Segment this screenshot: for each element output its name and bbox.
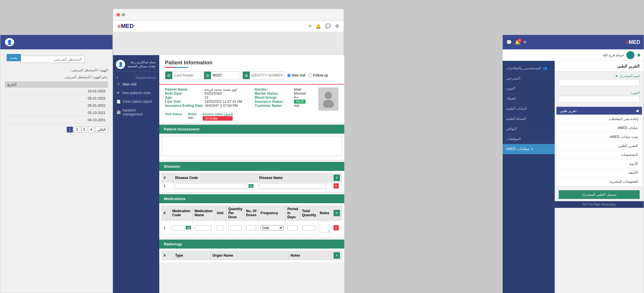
hamburger-icon[interactable]: ≡ <box>309 23 311 29</box>
disease-code-input[interactable] <box>175 183 247 189</box>
member-name-input[interactable] <box>559 79 640 86</box>
table-row: 05-01-2022 <box>5 95 108 102</box>
gender-label: Gender: <box>255 87 292 92</box>
right-nav-medical-data[interactable]: البيانات الطبية <box>503 104 555 114</box>
radiology-header: Radiology <box>159 240 344 249</box>
search-input[interactable] <box>21 56 84 63</box>
med-freq-select[interactable]: Daily Weekly Monthly <box>260 225 284 230</box>
med-doses-input[interactable] <box>246 225 256 230</box>
page-2-button[interactable]: 2 <box>74 127 80 132</box>
pagination: التالي 4 3 2 1 <box>5 127 108 132</box>
disease-name-input[interactable] <box>259 183 326 189</box>
diseases-add-button[interactable]: + <box>334 175 340 181</box>
supplier-input[interactable] <box>559 96 640 103</box>
bell-icon[interactable]: 🔔 <box>315 23 321 29</box>
prev-page-button[interactable]: التالي <box>95 127 108 132</box>
insurance-status-badge: VALID <box>294 100 306 104</box>
disease-code-icon[interactable]: ▤ <box>249 184 253 188</box>
follow-up-radio-label[interactable]: Follow-up <box>308 73 328 77</box>
sidebar-item-view-visits[interactable]: 👁 View patients visits <box>113 89 159 97</box>
table-row: 05-10-2021 <box>5 109 108 117</box>
med-qty-input[interactable] <box>228 225 242 230</box>
col-date-header: التاريخ <box>7 83 16 87</box>
page-1-button[interactable]: 1 <box>67 127 73 132</box>
meds-col-code: Medication Code <box>171 206 193 221</box>
right-menu-radiology[interactable]: الأشعة <box>556 168 642 177</box>
card-reader-input[interactable] <box>172 73 201 77</box>
sidebar-section-registrations[interactable]: ▾ Registerations <box>113 74 159 80</box>
right-main-content: التقرير الطبي اسم المشترك ★ المورد ◀ تقر… <box>555 61 644 293</box>
window-min-btn[interactable] <box>122 13 125 16</box>
new-visit-label: New visit <box>292 73 306 77</box>
visit-status-label: Visit Status <box>165 112 182 116</box>
sidebar-inpatient-label: Inpatient management <box>123 108 156 116</box>
left-panel: 👤 بحث الهوية / المشتغل المرضى رقم الهوية… <box>0 35 113 293</box>
sidebar-item-inpatient[interactable]: 🏥 Inpatient management <box>113 106 159 119</box>
med-unit-input[interactable] <box>217 225 224 230</box>
diseases-col-code: Disease Code <box>173 173 258 182</box>
id-input[interactable] <box>211 73 240 77</box>
right-menu-republish[interactable]: إعادة نشر المعاملات <box>556 115 642 124</box>
right-nav-emed-claims[interactable]: ≡ مطالبات eMED <box>503 144 555 154</box>
register-medical-button[interactable]: تسجيل الطبي للمشترك <box>559 190 640 199</box>
window-close-btn[interactable] <box>116 13 120 16</box>
age-row: Age: 23 <box>165 96 249 100</box>
med-code-input[interactable] <box>172 225 185 230</box>
med-code-icon[interactable]: ▤ <box>186 226 191 229</box>
right-menu-diagnoses[interactable]: التشخيصات <box>556 150 642 159</box>
page-3-button[interactable]: 3 <box>81 127 87 132</box>
right-hamburger-icon[interactable]: ≡ <box>523 40 526 45</box>
identity-number-input[interactable] <box>250 73 284 77</box>
med-num: 1 <box>162 221 171 235</box>
sidebar-item-new-visit[interactable]: ➕ New visit <box>113 80 159 89</box>
user-icon: 👤 <box>5 38 14 46</box>
right-nav-medical-data-label: البيانات الطبية <box>506 107 527 111</box>
right-nav-approvals-label: الموافقات <box>506 137 521 141</box>
sidebar-avatar: 👤 <box>116 60 125 69</box>
med-total-input[interactable] <box>302 225 315 230</box>
right-nav-donors[interactable]: المتبرعين <box>503 73 555 83</box>
right-panel: 💬 🔔 1 ≡ eMED حسام فرج الله 👤 👥 المستخدمي… <box>502 35 644 293</box>
right-nav-clients[interactable]: العملاء <box>503 94 555 104</box>
assessment-textarea[interactable] <box>162 136 342 156</box>
meds-col-unit: Unit <box>215 206 226 221</box>
disease-delete-button[interactable]: × <box>334 183 339 189</box>
users-icon: 👥 <box>543 66 547 70</box>
med-period-input[interactable] <box>287 225 297 230</box>
sidebar-item-claims[interactable]: 📄 Clinic claims report <box>113 97 159 106</box>
right-menu-medications[interactable]: الأدوية <box>556 159 642 168</box>
meds-col-notes: Notes <box>318 206 332 221</box>
right-nav-balances[interactable]: البواقي <box>503 124 555 134</box>
sidebar-new-visit-label: New visit <box>123 82 136 86</box>
right-nav-network[interactable]: الشبكة الطبية <box>503 114 555 124</box>
table-row: 16-01-2022 <box>5 88 108 95</box>
right-nav-users[interactable]: 👥 المستخدمين والصلاحيات <box>503 63 555 73</box>
follow-up-radio[interactable] <box>308 74 312 77</box>
right-menu-lab-tests[interactable]: الفحوصات المخبرية <box>556 177 642 186</box>
page-4-button[interactable]: 4 <box>88 127 94 132</box>
new-visit-icon: ➕ <box>116 82 121 86</box>
right-nav-approvals[interactable]: الموافقات <box>503 134 555 144</box>
right-menu-medical-report[interactable]: التقرير الطبي <box>556 141 642 150</box>
right-nav-supplier[interactable]: المورد <box>503 83 555 94</box>
meds-add-button[interactable]: + <box>334 210 340 216</box>
right-notif-badge[interactable]: 🔔 1 <box>515 40 521 45</box>
supplier-row: المورد <box>555 88 644 105</box>
right-nav-users-label: المستخدمين والصلاحيات <box>506 66 541 70</box>
radiology-add-button[interactable]: + <box>334 252 340 259</box>
visit-status-item: Visit Status <box>165 112 182 121</box>
right-menu-search-clinics[interactable]: بحث عيادات eMED <box>556 132 642 141</box>
chat-icon[interactable]: 💬 <box>325 23 331 29</box>
new-visit-radio-label[interactable]: New visit <box>287 73 306 77</box>
birth-date-label: Birth Date: <box>165 92 203 96</box>
med-notes-textarea[interactable] <box>320 221 330 233</box>
right-menu-emed-clinics[interactable]: عيادات eMED <box>556 124 642 132</box>
right-chat-icon[interactable]: 💬 <box>506 40 512 45</box>
detail-col-left: Patient Name: لوي محمد محمد فريحة Birth … <box>165 87 249 108</box>
search-button[interactable]: بحث <box>7 54 21 61</box>
settings-icon[interactable]: ⚙ <box>335 23 339 29</box>
radio-col-notes: Notes <box>289 251 332 260</box>
med-name-input[interactable] <box>195 225 212 230</box>
new-visit-radio[interactable] <box>287 74 291 77</box>
med-delete-button[interactable]: × <box>334 225 339 230</box>
